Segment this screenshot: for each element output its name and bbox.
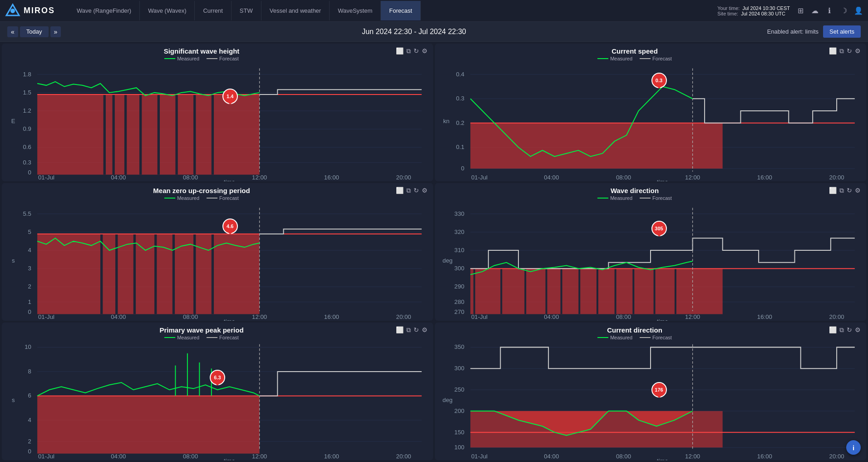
legend-measured-label-5: Measured — [177, 335, 199, 340]
cloud-icon[interactable]: ☁ — [810, 6, 820, 16]
legend-forecast-label-2: Forecast — [652, 56, 672, 61]
nav-forecast[interactable]: Forecast — [381, 1, 421, 20]
expand-icon-3[interactable]: ⬜ — [396, 187, 404, 194]
chart-sig-wave-height: Significant wave height Measured Forecas… — [2, 44, 433, 181]
layout-icon-6[interactable]: ⧉ — [839, 326, 844, 334]
refresh-icon-4[interactable]: ↻ — [847, 187, 852, 194]
expand-icon-6[interactable]: ⬜ — [829, 326, 837, 334]
legend-measured-label-4: Measured — [610, 195, 632, 201]
info-button[interactable]: i — [846, 440, 861, 455]
svg-text:12:00: 12:00 — [252, 313, 267, 320]
svg-text:350: 350 — [454, 343, 464, 350]
settings-icon-2[interactable]: ⚙ — [855, 47, 861, 55]
svg-rect-105 — [561, 268, 562, 314]
refresh-icon-3[interactable]: ↻ — [414, 187, 419, 194]
svg-text:0: 0 — [28, 169, 31, 176]
svg-text:16:00: 16:00 — [757, 174, 772, 181]
legend-measured-label-1: Measured — [177, 56, 199, 61]
chart-header-6: Current direction Measured Forecast ⬜ ⧉ … — [440, 326, 861, 340]
nav-wave-rangefinder[interactable]: Wave (RangeFinder) — [69, 1, 140, 20]
legend-forecast-line-6 — [640, 337, 651, 338]
svg-rect-108 — [615, 268, 616, 314]
refresh-icon-1[interactable]: ↻ — [414, 47, 419, 55]
grid-icon[interactable]: ⊞ — [795, 6, 805, 16]
top-nav: MIROS Wave (RangeFinder) Wave (Wavex) Cu… — [0, 0, 868, 22]
refresh-icon-2[interactable]: ↻ — [847, 47, 852, 55]
site-time-value: Jul 2024 08:30 UTC — [741, 11, 785, 16]
svg-text:1: 1 — [28, 298, 31, 305]
svg-point-1 — [10, 9, 15, 13]
layout-icon-2[interactable]: ⧉ — [839, 47, 844, 55]
svg-rect-104 — [546, 268, 547, 314]
layout-icon-4[interactable]: ⧉ — [839, 187, 844, 194]
legend-forecast-line-1 — [207, 58, 217, 59]
moon-icon[interactable]: ☽ — [839, 6, 849, 16]
svg-text:01-Jul: 01-Jul — [38, 313, 54, 320]
info-icon[interactable]: ℹ — [824, 6, 834, 16]
nav-wavesystem[interactable]: WaveSystem — [330, 1, 381, 20]
expand-icon-1[interactable]: ⬜ — [396, 47, 404, 55]
svg-text:08:00: 08:00 — [183, 313, 198, 320]
legend-measured-line-6 — [597, 337, 608, 338]
your-time-value: Jul 2024 10:30 CEST — [742, 5, 790, 11]
svg-text:08:00: 08:00 — [183, 174, 198, 181]
svg-text:12:00: 12:00 — [252, 453, 267, 460]
svg-text:1.8: 1.8 — [23, 71, 31, 78]
settings-icon-5[interactable]: ⚙ — [422, 326, 428, 334]
chart-body-5: 10 8 6 4 2 0 s — [7, 341, 428, 460]
svg-text:100: 100 — [454, 444, 464, 451]
chart-title-6: Current direction — [440, 326, 829, 334]
chart-title-5: Primary wave peak period — [7, 326, 396, 334]
user-icon[interactable]: 👤 — [853, 6, 863, 16]
svg-rect-106 — [578, 268, 580, 314]
svg-text:16:00: 16:00 — [324, 313, 339, 320]
settings-icon-1[interactable]: ⚙ — [422, 47, 428, 55]
next-btn[interactable]: » — [50, 26, 61, 37]
nav-vessel-weather[interactable]: Vessel and weather — [261, 1, 330, 20]
expand-icon-2[interactable]: ⬜ — [829, 47, 837, 55]
expand-icon-4[interactable]: ⬜ — [829, 187, 837, 194]
svg-text:10: 10 — [25, 343, 31, 350]
chart-svg-1: 1.8 1.5 1.2 0.9 0.6 0.3 0 E — [7, 62, 428, 181]
svg-text:290: 290 — [454, 283, 464, 290]
chart-current-direction: Current direction Measured Forecast ⬜ ⧉ … — [435, 323, 866, 460]
svg-text:250: 250 — [454, 386, 464, 393]
svg-text:0.4: 0.4 — [456, 71, 464, 78]
svg-text:0.1: 0.1 — [456, 144, 464, 150]
settings-icon-3[interactable]: ⚙ — [422, 187, 428, 194]
svg-rect-23 — [193, 94, 196, 175]
svg-text:320: 320 — [454, 229, 464, 235]
nav-wave-wavex[interactable]: Wave (Wavex) — [140, 1, 195, 20]
prev-btn[interactable]: « — [7, 26, 18, 37]
settings-icon-4[interactable]: ⚙ — [855, 187, 861, 194]
legend-measured-label-3: Measured — [177, 195, 199, 201]
svg-text:time: time — [224, 318, 235, 321]
svg-text:6: 6 — [28, 392, 31, 399]
svg-text:08:00: 08:00 — [616, 313, 631, 320]
svg-text:0.9: 0.9 — [23, 125, 31, 132]
svg-text:4: 4 — [28, 417, 31, 423]
logo: MIROS — [5, 3, 55, 19]
today-btn[interactable]: Today — [20, 26, 49, 37]
layout-icon-5[interactable]: ⧉ — [406, 326, 411, 334]
svg-rect-76 — [212, 234, 214, 314]
svg-text:04:00: 04:00 — [544, 313, 559, 320]
refresh-icon-5[interactable]: ↻ — [414, 326, 419, 334]
expand-icon-5[interactable]: ⬜ — [396, 326, 404, 334]
settings-icon-6[interactable]: ⚙ — [855, 326, 861, 334]
set-alerts-button[interactable]: Set alerts — [823, 25, 861, 38]
svg-text:280: 280 — [454, 298, 464, 305]
svg-text:time: time — [657, 318, 668, 321]
alert-area: Enabled alert: limits Set alerts — [767, 25, 861, 38]
refresh-icon-6[interactable]: ↻ — [847, 326, 852, 334]
layout-icon-3[interactable]: ⧉ — [406, 187, 411, 194]
svg-text:01-Jul: 01-Jul — [471, 174, 488, 181]
chart-mean-zero: Mean zero up-crossing period Measured Fo… — [2, 183, 433, 321]
chart-body-6: 350 300 250 200 150 100 deg 01-Jul 04 — [440, 341, 861, 460]
svg-text:16:00: 16:00 — [757, 313, 772, 320]
svg-rect-111 — [675, 268, 676, 314]
nav-current[interactable]: Current — [195, 1, 231, 20]
nav-stw[interactable]: STW — [232, 1, 261, 20]
layout-icon-1[interactable]: ⧉ — [406, 47, 411, 55]
svg-rect-22 — [175, 94, 178, 175]
